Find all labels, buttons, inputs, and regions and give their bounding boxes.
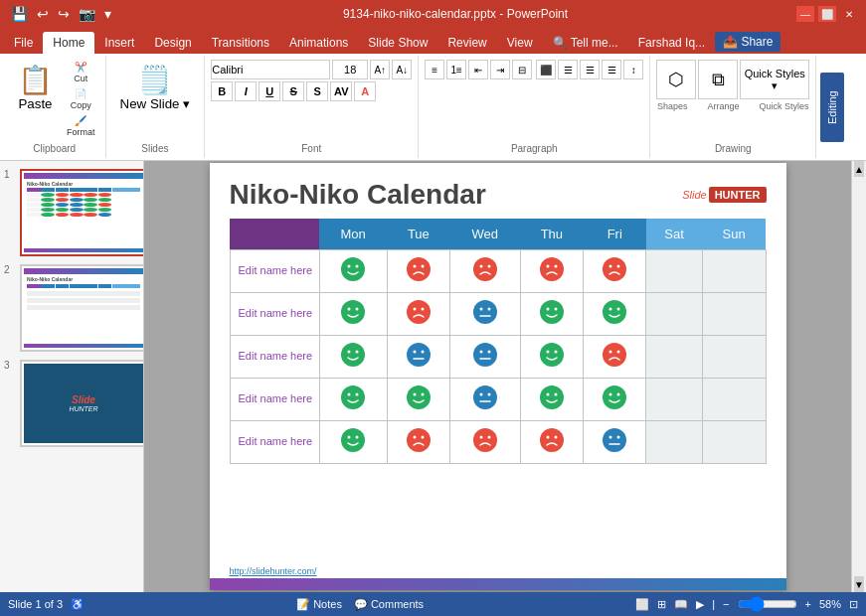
italic-btn[interactable]: I: [235, 81, 257, 101]
face-cell-2-4[interactable]: [520, 293, 583, 336]
screenshot-btn[interactable]: 📷: [76, 5, 98, 23]
face-cell-5-2[interactable]: [387, 421, 449, 464]
tab-share[interactable]: 📤 Share: [715, 32, 780, 52]
copy-button[interactable]: 📄Copy: [63, 86, 99, 112]
tab-slideshow[interactable]: Slide Show: [358, 32, 437, 54]
face-cell-1-3[interactable]: [450, 250, 521, 293]
line-spacing-btn[interactable]: ↕: [623, 60, 643, 79]
face-cell-1-2[interactable]: [387, 250, 449, 293]
fit-slide-btn[interactable]: ⊡: [849, 598, 858, 611]
paragraph-buttons[interactable]: ≡ 1≡ ⇤ ⇥ ⊟ ⬛ ☰ ☰ ☰ ↕: [425, 60, 643, 79]
bold-btn[interactable]: B: [211, 81, 233, 101]
face-cell-4-7[interactable]: [702, 379, 766, 421]
zoom-slider[interactable]: [738, 596, 797, 612]
font-controls[interactable]: A↑ A↓ B I U S S AV A: [211, 60, 412, 101]
increase-indent-btn[interactable]: ⇥: [490, 60, 510, 79]
tab-animations[interactable]: Animations: [279, 32, 358, 54]
face-cell-4-1[interactable]: [319, 379, 387, 421]
tab-insert[interactable]: Insert: [94, 32, 144, 54]
increase-font-btn[interactable]: A↑: [370, 60, 390, 79]
paste-button[interactable]: 📋 Paste: [10, 60, 61, 139]
decrease-font-btn[interactable]: A↓: [392, 60, 412, 79]
face-cell-3-1[interactable]: [319, 336, 387, 379]
face-cell-2-1[interactable]: [319, 293, 387, 336]
face-cell-1-7[interactable]: [702, 250, 766, 293]
face-cell-4-3[interactable]: [450, 379, 521, 421]
font-family-input[interactable]: [211, 60, 330, 79]
tab-design[interactable]: Design: [144, 32, 201, 54]
align-right-btn[interactable]: ☰: [580, 60, 600, 79]
slide-thumb-3[interactable]: Slide HUNTER: [20, 360, 144, 447]
comments-btn[interactable]: 💬 Comments: [354, 598, 424, 611]
maximize-btn[interactable]: ⬜: [818, 6, 836, 22]
face-cell-1-5[interactable]: [584, 250, 646, 293]
face-cell-2-2[interactable]: [387, 293, 449, 336]
name-cell-1[interactable]: Edit name here: [230, 250, 319, 293]
face-cell-2-5[interactable]: [584, 293, 646, 336]
face-cell-4-5[interactable]: [584, 379, 646, 421]
slide-item-3[interactable]: 3 Slide HUNTER: [4, 360, 139, 447]
tab-view[interactable]: View: [497, 32, 543, 54]
justify-btn[interactable]: ☰: [602, 60, 621, 79]
strikethrough-btn[interactable]: S: [282, 81, 304, 101]
slideshow-btn[interactable]: ▶: [696, 598, 704, 611]
decrease-indent-btn[interactable]: ⇤: [468, 60, 488, 79]
slide-view-btn[interactable]: ♿: [71, 598, 85, 611]
slide-thumb-2[interactable]: Niko-Niko Calendar: [20, 264, 144, 352]
slide-item-2[interactable]: 2 Niko-Niko Calendar: [4, 264, 139, 352]
quick-styles-btn[interactable]: Quick Styles ▾: [740, 60, 809, 99]
face-cell-1-6[interactable]: [646, 250, 702, 293]
face-cell-5-7[interactable]: [702, 421, 766, 464]
close-btn[interactable]: ✕: [840, 6, 858, 22]
zoom-in-btn[interactable]: +: [805, 598, 811, 610]
right-scrollbar[interactable]: ▲ ▼: [851, 161, 866, 592]
status-center[interactable]: 📝 Notes 💬 Comments: [296, 598, 424, 611]
minimize-btn[interactable]: —: [796, 6, 814, 22]
face-cell-4-6[interactable]: [646, 379, 702, 421]
bullets-btn[interactable]: ≡: [425, 60, 444, 79]
face-cell-2-6[interactable]: [646, 293, 702, 336]
tab-review[interactable]: Review: [437, 32, 496, 54]
tab-user[interactable]: Farshad Iq...: [628, 32, 715, 54]
font-size-input[interactable]: [332, 60, 368, 79]
cut-button[interactable]: ✂️Cut: [63, 60, 99, 85]
face-cell-3-6[interactable]: [646, 336, 702, 379]
align-center-btn[interactable]: ☰: [558, 60, 578, 79]
canvas-area[interactable]: Niko-Niko Calendar Slide HUNTER Mon Tue …: [144, 161, 851, 592]
notes-btn[interactable]: 📝 Notes: [296, 598, 342, 611]
face-cell-5-1[interactable]: [319, 421, 387, 464]
name-cell-4[interactable]: Edit name here: [230, 379, 319, 421]
scroll-up-btn[interactable]: ▲: [854, 161, 864, 177]
zoom-out-btn[interactable]: −: [723, 598, 729, 610]
tab-tellme[interactable]: 🔍 Tell me...: [543, 32, 628, 54]
slide-sorter-btn[interactable]: ⊞: [657, 598, 666, 611]
slide-item-1[interactable]: 1 Niko-Niko Calendar: [4, 169, 139, 256]
drawing-buttons[interactable]: ⬡ ⧉ Quick Styles ▾: [656, 60, 809, 99]
window-controls[interactable]: — ⬜ ✕: [796, 6, 858, 22]
normal-view-btn[interactable]: ⬜: [635, 598, 649, 611]
face-cell-1-1[interactable]: [319, 250, 387, 293]
face-cell-3-5[interactable]: [584, 336, 646, 379]
face-cell-3-4[interactable]: [520, 336, 583, 379]
numbering-btn[interactable]: 1≡: [446, 60, 466, 79]
face-cell-1-4[interactable]: [520, 250, 583, 293]
scroll-down-btn[interactable]: ▼: [854, 576, 864, 592]
name-cell-2[interactable]: Edit name here: [230, 293, 319, 336]
tab-file[interactable]: File: [4, 32, 43, 54]
save-btn[interactable]: 💾: [8, 5, 31, 23]
char-spacing-btn[interactable]: AV: [330, 81, 352, 101]
format-painter-button[interactable]: 🖌️Format: [63, 113, 99, 139]
slide-panel[interactable]: 1 Niko-Niko Calendar: [0, 161, 144, 592]
slide-thumb-1[interactable]: Niko-Niko Calendar: [20, 169, 144, 256]
undo-btn[interactable]: ↩: [34, 5, 52, 23]
name-cell-5[interactable]: Edit name here: [230, 421, 319, 464]
face-cell-3-7[interactable]: [702, 336, 766, 379]
shapes-btn[interactable]: ⬡: [656, 60, 696, 99]
face-cell-4-2[interactable]: [387, 379, 449, 421]
status-right[interactable]: ⬜ ⊞ 📖 ▶ | − + 58% ⊡: [635, 596, 858, 612]
tab-home[interactable]: Home: [43, 32, 94, 54]
quick-access-toolbar[interactable]: 💾 ↩ ↪ 📷 ▾: [8, 5, 114, 23]
shadow-btn[interactable]: S: [306, 81, 328, 101]
face-cell-5-5[interactable]: [584, 421, 646, 464]
columns-btn[interactable]: ⊟: [512, 60, 532, 79]
